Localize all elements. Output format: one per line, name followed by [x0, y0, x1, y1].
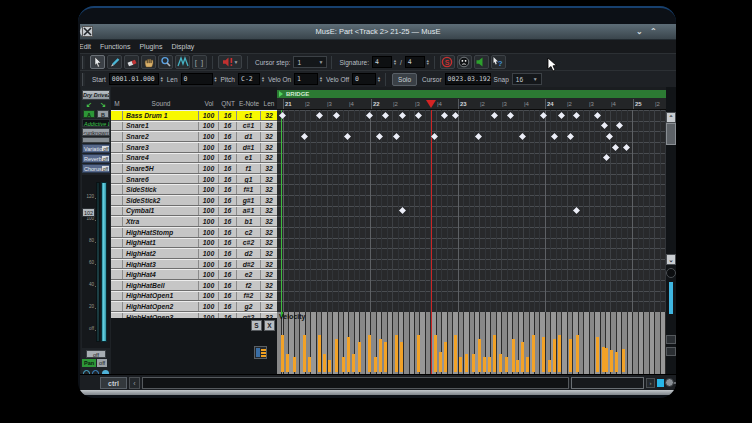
minimize-button[interactable]: ⌄: [636, 27, 643, 37]
drum-row[interactable]: Snare110016c#132: [111, 121, 277, 132]
velocity-bar[interactable]: [293, 357, 296, 372]
pan-control[interactable]: Pan off: [82, 359, 110, 367]
pitch-field[interactable]: C-2: [238, 73, 260, 85]
drum-row[interactable]: HighHatOpen210016g232: [111, 301, 277, 312]
velocity-bar[interactable]: [499, 354, 502, 372]
velocity-bar[interactable]: [615, 352, 618, 372]
velocity-bar[interactable]: [318, 335, 321, 372]
mute-cell[interactable]: [111, 122, 123, 131]
vertical-scrollbar-thumb[interactable]: [666, 123, 676, 145]
variation-send-control[interactable]: Variatio off: [82, 144, 110, 153]
velocity-bar[interactable]: [465, 354, 468, 372]
drum-row[interactable]: Snare410016e132: [111, 153, 277, 164]
velocity-bar[interactable]: [610, 350, 613, 372]
reverb-send-control[interactable]: Reverb off: [82, 154, 110, 163]
velocity-bar[interactable]: [521, 342, 524, 372]
velocity-bar[interactable]: [542, 337, 545, 372]
velocity-scroll-box[interactable]: [666, 335, 676, 344]
chorus-send-control[interactable]: Chorus off: [82, 164, 110, 173]
speaker-events-button[interactable]: ▼: [218, 55, 242, 69]
pointer-tool-button[interactable]: [90, 55, 105, 69]
velocity-bar[interactable]: [454, 335, 457, 372]
start-spinner[interactable]: ▲▼: [160, 76, 164, 83]
route-arrow-right-icon[interactable]: ↘: [100, 101, 106, 109]
mute-cell[interactable]: [111, 185, 123, 194]
whats-this-button[interactable]: ?: [491, 55, 506, 69]
velocity-bar[interactable]: [488, 357, 491, 372]
eraser-tool-button[interactable]: [124, 55, 139, 69]
patch-name-button[interactable]: <unknown>: [82, 128, 110, 136]
velocity-bar[interactable]: [400, 342, 403, 372]
drum-row[interactable]: Xtra10016b132: [111, 216, 277, 227]
volume-value-box[interactable]: off: [86, 350, 106, 358]
scroll-up-button[interactable]: ⌃: [666, 112, 676, 123]
velocity-scroll-box2[interactable]: [666, 347, 676, 356]
drum-row[interactable]: HighHat210016d232: [111, 248, 277, 259]
ctrl-tab-button[interactable]: ctrl: [100, 377, 127, 389]
velo-off-field[interactable]: 0: [352, 73, 376, 85]
toolbar-handle[interactable]: [82, 73, 85, 86]
timeline-ruler[interactable]: 21|2|3|422|2|3|423|2|3|424|2|3|425|2: [277, 98, 666, 110]
horizontal-scrollbar-track[interactable]: [142, 377, 569, 389]
drum-row[interactable]: HighHatBell10016f232: [111, 280, 277, 291]
velo-off-spinner[interactable]: ▲▼: [377, 76, 381, 83]
velocity-bar[interactable]: [379, 339, 382, 372]
vertical-zoom-slider[interactable]: [669, 282, 673, 314]
pencil-tool-button[interactable]: [107, 55, 122, 69]
velocity-bar[interactable]: [323, 354, 326, 372]
drum-row[interactable]: Snare210016d132: [111, 131, 277, 142]
velocity-bar[interactable]: [493, 335, 496, 372]
signature-numerator-field[interactable]: 4: [372, 56, 392, 68]
velocity-bar[interactable]: [439, 352, 442, 372]
mute-cell[interactable]: [111, 270, 123, 279]
velocity-bar[interactable]: [303, 335, 306, 372]
snap-combo[interactable]: 16 ▼: [512, 73, 542, 85]
velocity-bar[interactable]: [576, 335, 579, 372]
step-record-button[interactable]: S: [440, 55, 455, 69]
velocity-bar[interactable]: [374, 357, 377, 372]
range-tool-button[interactable]: [ ]: [192, 55, 207, 69]
drum-row[interactable]: Cymbal110016a#132: [111, 206, 277, 217]
velocity-bar[interactable]: [472, 354, 475, 372]
velocity-bar[interactable]: [286, 354, 289, 372]
velocity-bar[interactable]: [505, 357, 508, 372]
controller-list-icon[interactable]: [254, 346, 267, 359]
drum-row[interactable]: Snare310016d#132: [111, 142, 277, 153]
drum-row[interactable]: HighHat310016d#232: [111, 259, 277, 270]
mute-cell[interactable]: [111, 228, 123, 237]
toolbar-handle[interactable]: [82, 56, 85, 69]
cursor-step-combo[interactable]: 1 ▼: [293, 56, 327, 68]
drum-row[interactable]: Snare610016g132: [111, 174, 277, 185]
close-pane-x-button[interactable]: X: [264, 320, 275, 331]
playhead-marker-icon[interactable]: [426, 100, 436, 108]
velocity-bar[interactable]: [335, 339, 338, 372]
mute-cell[interactable]: [111, 239, 123, 248]
len-field[interactable]: 0: [181, 73, 213, 85]
bank-a-button[interactable]: A: [83, 110, 95, 118]
velocity-pane[interactable]: Velocity: [277, 312, 666, 374]
menu-item-edit[interactable]: Edit: [80, 43, 100, 50]
fader-value-box[interactable]: 102: [82, 208, 95, 217]
velocity-bar[interactable]: [352, 354, 355, 372]
vertical-zoom-knob[interactable]: [666, 268, 676, 278]
horizontal-scrollbar-thumb[interactable]: [571, 377, 644, 389]
mute-cell[interactable]: [111, 292, 123, 301]
drum-row[interactable]: Bass Drum 110016c132: [111, 110, 277, 121]
velocity-bar[interactable]: [569, 339, 572, 372]
menu-item-functions[interactable]: Functions: [100, 43, 139, 50]
drum-row[interactable]: Snare5H10016f132: [111, 163, 277, 174]
drum-row[interactable]: SideStick210016g#132: [111, 195, 277, 206]
velocity-bar[interactable]: [384, 342, 387, 372]
route-arrow-left-icon[interactable]: ↙: [86, 101, 92, 109]
signature-denominator-field[interactable]: 4: [405, 56, 425, 68]
mute-cell[interactable]: [111, 164, 123, 173]
velocity-bar[interactable]: [358, 342, 361, 372]
drum-row[interactable]: HighHatOpen110016f#232: [111, 291, 277, 302]
velocity-bar[interactable]: [596, 337, 599, 372]
velocity-bar[interactable]: [548, 360, 551, 372]
velo-on-field[interactable]: 1: [294, 73, 318, 85]
mute-cell[interactable]: [111, 302, 123, 311]
mute-cell[interactable]: [111, 207, 123, 216]
volume-fader[interactable]: [101, 182, 107, 342]
velocity-bar[interactable]: [459, 357, 462, 372]
